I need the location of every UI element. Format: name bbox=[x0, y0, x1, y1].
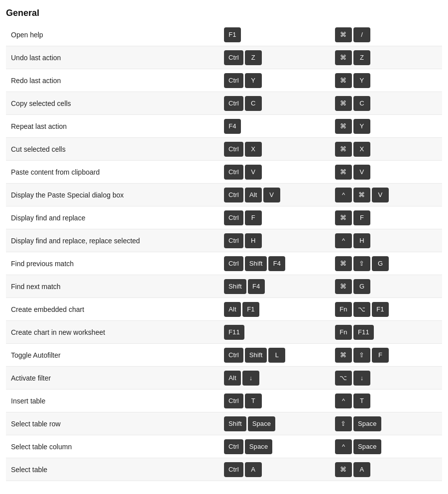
action-name: Display the Paste Special dialog box bbox=[6, 187, 220, 203]
shortcut-row: Open helpF1⌘/ bbox=[6, 23, 442, 46]
shortcut-row: Select table rowShiftSpace⇧Space bbox=[6, 412, 442, 435]
key-badge: / bbox=[353, 27, 370, 42]
action-name: Redo last action bbox=[6, 73, 220, 89]
key-badge: X bbox=[245, 142, 262, 157]
key-badge: F4 bbox=[268, 256, 285, 271]
key-badge: Ctrl bbox=[224, 233, 243, 248]
key-badge: F bbox=[245, 210, 262, 225]
action-name: Open help bbox=[6, 27, 220, 43]
key-badge: Space bbox=[353, 416, 381, 431]
key-badge: Y bbox=[353, 73, 370, 88]
shortcut-row: Paste content from clipboardCtrlV⌘V bbox=[6, 161, 442, 184]
shortcut-row: Insert tableCtrlT^T bbox=[6, 390, 442, 412]
key-badge: ⇧ bbox=[353, 256, 370, 271]
win-keys-group: CtrlC bbox=[220, 93, 331, 114]
key-badge: Ctrl bbox=[224, 256, 243, 271]
key-badge: Ctrl bbox=[224, 96, 243, 111]
key-badge: Space bbox=[353, 439, 381, 454]
key-badge: ↓ bbox=[353, 371, 370, 386]
win-keys-group: F11 bbox=[220, 322, 331, 343]
key-badge: V bbox=[263, 188, 280, 202]
key-badge: Y bbox=[245, 73, 262, 88]
mac-keys-group: ⇧Space bbox=[331, 413, 442, 434]
shortcut-row: Display find and replace, replace select… bbox=[6, 229, 442, 252]
win-keys-group: ShiftF4 bbox=[220, 276, 331, 297]
mac-keys-group: ⌘A bbox=[331, 459, 442, 480]
action-name: Select table bbox=[6, 462, 220, 478]
key-badge: Space bbox=[248, 416, 276, 431]
action-name: Paste content from clipboard bbox=[6, 164, 220, 180]
key-badge: Ctrl bbox=[224, 142, 243, 157]
key-badge: ⌥ bbox=[335, 371, 352, 386]
win-keys-group: CtrlF bbox=[220, 207, 331, 228]
win-keys-group: CtrlZ bbox=[220, 47, 331, 68]
key-badge: F4 bbox=[248, 279, 265, 294]
key-badge: Space bbox=[245, 439, 273, 454]
key-badge: Ctrl bbox=[224, 73, 243, 88]
shortcut-row: Find next matchShiftF4⌘G bbox=[6, 275, 442, 298]
action-name: Select table row bbox=[6, 416, 220, 432]
key-badge: ⌘ bbox=[335, 348, 352, 363]
mac-keys-group: ⌘Y bbox=[331, 116, 442, 137]
key-badge: V bbox=[245, 165, 262, 180]
key-badge: Ctrl bbox=[224, 394, 243, 408]
key-badge: ⇧ bbox=[335, 416, 352, 431]
key-badge: L bbox=[268, 348, 285, 363]
key-badge: F4 bbox=[224, 119, 241, 134]
key-badge: G bbox=[372, 256, 389, 271]
shortcut-row: Repeat last actionF4⌘Y bbox=[6, 115, 442, 138]
key-badge: T bbox=[245, 394, 262, 408]
action-name: Find previous match bbox=[6, 256, 220, 272]
page-container: General Open helpF1⌘/Undo last actionCtr… bbox=[0, 0, 448, 487]
mac-keys-group: ⌘F bbox=[331, 207, 442, 228]
key-badge: Alt bbox=[245, 188, 262, 202]
key-badge: H bbox=[245, 233, 262, 248]
mac-keys-group: ⌥↓ bbox=[331, 368, 442, 389]
win-keys-group: CtrlShiftF4 bbox=[220, 253, 331, 274]
key-badge: Shift bbox=[245, 348, 267, 363]
key-badge: H bbox=[353, 233, 370, 248]
mac-keys-group: ^H bbox=[331, 230, 442, 251]
key-badge: F bbox=[372, 348, 389, 363]
win-keys-group: F4 bbox=[220, 116, 331, 137]
key-badge: Ctrl bbox=[224, 165, 243, 180]
action-name: Select table column bbox=[6, 439, 220, 455]
key-badge: Ctrl bbox=[224, 348, 243, 363]
action-name: Display find and replace, replace select… bbox=[6, 233, 220, 249]
key-badge: ^ bbox=[335, 394, 352, 408]
shortcut-row: Undo last actionCtrlZ⌘Z bbox=[6, 46, 442, 69]
action-name: Copy selected cells bbox=[6, 96, 220, 111]
shortcut-row: Toggle AutofilterCtrlShiftL⌘⇧F bbox=[6, 344, 442, 367]
key-badge: C bbox=[353, 96, 370, 111]
action-name: Create chart in new worksheet bbox=[6, 324, 220, 340]
action-name: Toggle Autofilter bbox=[6, 347, 220, 363]
action-name: Insert table bbox=[6, 393, 220, 409]
key-badge: Ctrl bbox=[224, 50, 243, 65]
win-keys-group: CtrlV bbox=[220, 162, 331, 183]
key-badge: A bbox=[245, 462, 262, 477]
shortcut-row: Select tableCtrlA⌘A bbox=[6, 458, 442, 481]
shortcut-row: Redo last actionCtrlY⌘Y bbox=[6, 69, 442, 92]
shortcut-row: Cut selected cellsCtrlX⌘X bbox=[6, 138, 442, 161]
win-keys-group: ShiftSpace bbox=[220, 413, 331, 434]
key-badge: ⌥ bbox=[353, 302, 370, 317]
key-badge: ↓ bbox=[242, 371, 259, 386]
shortcut-row: Copy selected cellsCtrlC⌘C bbox=[6, 92, 442, 115]
shortcut-row: Create chart in new worksheetF11FnF11 bbox=[6, 321, 442, 344]
key-badge: Alt bbox=[224, 302, 241, 317]
win-keys-group: CtrlX bbox=[220, 139, 331, 160]
key-badge: ⌘ bbox=[335, 142, 352, 157]
key-badge: Fn bbox=[335, 325, 352, 340]
win-keys-group: CtrlSpace bbox=[220, 436, 331, 457]
key-badge: Y bbox=[353, 119, 370, 134]
key-badge: ⇧ bbox=[353, 348, 370, 363]
key-badge: F1 bbox=[242, 302, 259, 317]
key-badge: ^ bbox=[335, 188, 352, 202]
key-badge: V bbox=[372, 188, 389, 202]
action-name: Undo last action bbox=[6, 50, 220, 66]
key-badge: A bbox=[353, 462, 370, 477]
win-keys-group: F1 bbox=[220, 24, 331, 45]
key-badge: ⌘ bbox=[353, 188, 370, 202]
key-badge: Ctrl bbox=[224, 188, 243, 202]
key-badge: Ctrl bbox=[224, 439, 243, 454]
